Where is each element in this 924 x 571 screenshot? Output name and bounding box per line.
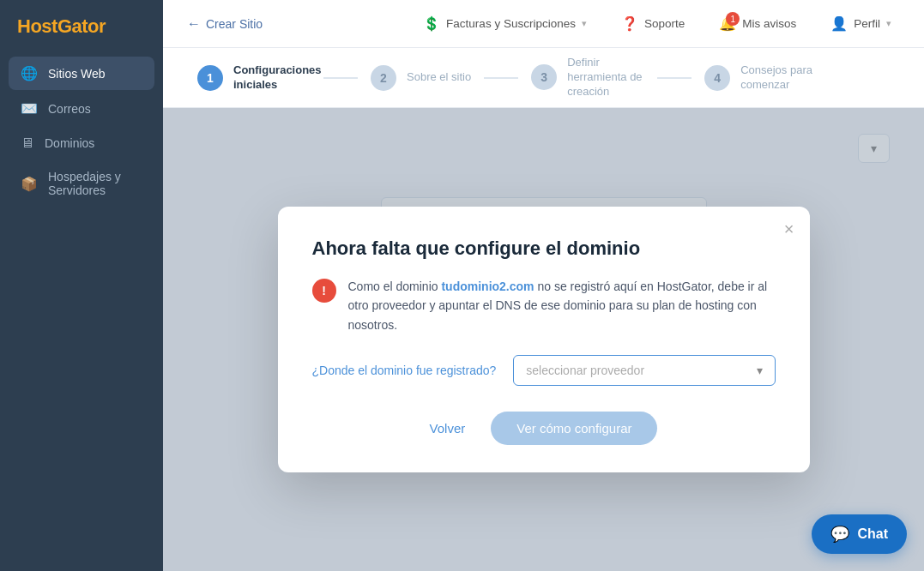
configure-button[interactable]: Ver cómo configurar bbox=[491, 412, 657, 445]
soporte-label: Soporte bbox=[644, 17, 685, 30]
perfil-nav-item[interactable]: 👤 Perfil ▾ bbox=[822, 15, 900, 32]
modal-info-row: ! Como el dominio tudominio2.com no se r… bbox=[312, 277, 776, 334]
step-connector-1 bbox=[323, 77, 358, 79]
sidebar: HostGator 🌐 Sitios Web ✉️ Correos 🖥 Domi… bbox=[0, 0, 163, 571]
step-1: 1 Configuraciones iniciales bbox=[197, 63, 311, 93]
step-4-circle: 4 bbox=[704, 65, 730, 91]
step-2: 2 Sobre el sitio bbox=[371, 65, 471, 91]
step-connector-3 bbox=[657, 77, 691, 79]
sidebar-item-label: Dominios bbox=[45, 136, 94, 150]
sidebar-item-sitios-web[interactable]: 🌐 Sitios Web bbox=[9, 57, 154, 90]
step-2-circle: 2 bbox=[371, 65, 396, 91]
back-arrow-icon: ← bbox=[187, 16, 201, 32]
sidebar-item-label: Correos bbox=[48, 102, 91, 116]
modal-title: Ahora falta que configure el dominio bbox=[312, 237, 776, 260]
step-3-label: Definir herramienta de creación bbox=[567, 56, 644, 99]
select-label: ¿Donde el dominio fue registrado? bbox=[312, 364, 497, 377]
logo: HostGator bbox=[0, 0, 163, 57]
step-1-label: Configuraciones iniciales bbox=[233, 63, 311, 93]
step-2-label: Sobre el sitio bbox=[407, 70, 471, 85]
step-1-circle: 1 bbox=[197, 65, 223, 91]
step-3: 3 Definir herramienta de creación bbox=[531, 56, 644, 99]
sidebar-item-label: Sitios Web bbox=[48, 67, 106, 81]
facturas-label: Facturas y Suscripciones bbox=[446, 17, 576, 30]
soporte-nav-item[interactable]: ❓ Soporte bbox=[613, 15, 693, 32]
step-4-label: Consejos para comenzar bbox=[740, 63, 818, 93]
facturas-nav-item[interactable]: 💲 Facturas y Suscripciones ▾ bbox=[414, 15, 595, 32]
modal-actions: Volver Ver cómo configurar bbox=[312, 412, 776, 445]
dollar-icon: 💲 bbox=[423, 15, 440, 32]
sidebar-item-correos[interactable]: ✉️ Correos bbox=[9, 92, 154, 125]
step-4: 4 Consejos para comenzar bbox=[704, 63, 818, 93]
help-icon: ❓ bbox=[621, 15, 638, 32]
provider-select[interactable]: seleccionar proveedor ▾ bbox=[513, 355, 775, 386]
step-connector-2 bbox=[484, 77, 518, 79]
back-button[interactable]: ← Crear Sitio bbox=[187, 16, 263, 32]
chat-button[interactable]: 💬 Chat bbox=[812, 514, 907, 554]
modal-select-row: ¿Donde el dominio fue registrado? selecc… bbox=[312, 355, 776, 386]
step-3-circle: 3 bbox=[531, 64, 557, 90]
sidebar-nav: 🌐 Sitios Web ✉️ Correos 🖥 Dominios 📦 Hos… bbox=[0, 57, 163, 206]
globe-icon: 🌐 bbox=[21, 65, 38, 81]
select-placeholder: seleccionar proveedor bbox=[526, 364, 644, 377]
chat-bubble-icon: 💬 bbox=[830, 525, 849, 544]
chat-label: Chat bbox=[857, 526, 888, 542]
close-button[interactable]: × bbox=[784, 220, 794, 237]
perfil-label: Perfil bbox=[854, 17, 880, 30]
avisos-nav-item[interactable]: 🔔 1 Mis avisos bbox=[710, 15, 805, 32]
sidebar-item-dominios[interactable]: 🖥 Dominios bbox=[9, 127, 154, 159]
main-content: ← Crear Sitio 💲 Facturas y Suscripciones… bbox=[163, 0, 924, 571]
avisos-label: Mis avisos bbox=[742, 17, 796, 30]
user-icon: 👤 bbox=[830, 15, 848, 32]
sidebar-item-label: Hospedajes y Servidores bbox=[48, 170, 142, 197]
mail-icon: ✉️ bbox=[21, 100, 38, 117]
select-chevron-icon: ▾ bbox=[757, 364, 763, 377]
domain-link: tudominio2.com bbox=[441, 279, 534, 293]
info-text-before: Como el dominio bbox=[348, 279, 442, 293]
monitor-icon: 🖥 bbox=[21, 135, 34, 151]
notification-badge: 1 bbox=[726, 12, 740, 26]
error-icon: ! bbox=[312, 279, 336, 303]
sidebar-item-hospedajes[interactable]: 📦 Hospedajes y Servidores bbox=[9, 161, 154, 206]
bell-icon: 🔔 1 bbox=[719, 15, 736, 32]
topnav: ← Crear Sitio 💲 Facturas y Suscripciones… bbox=[163, 0, 924, 48]
perfil-chevron-icon: ▾ bbox=[886, 18, 891, 29]
chevron-down-icon: ▾ bbox=[582, 18, 587, 29]
server-icon: 📦 bbox=[21, 176, 38, 192]
back-label: Crear Sitio bbox=[206, 17, 263, 31]
page-body: ▾ Continuar × Ahora falta que configure … bbox=[163, 108, 924, 571]
back-button[interactable]: Volver bbox=[430, 421, 466, 436]
modal-info-text: Como el dominio tudominio2.com no se reg… bbox=[348, 277, 776, 334]
modal-dialog: × Ahora falta que configure el dominio !… bbox=[278, 207, 810, 472]
steps-bar: 1 Configuraciones iniciales 2 Sobre el s… bbox=[163, 48, 924, 108]
modal-overlay: × Ahora falta que configure el dominio !… bbox=[163, 108, 924, 571]
